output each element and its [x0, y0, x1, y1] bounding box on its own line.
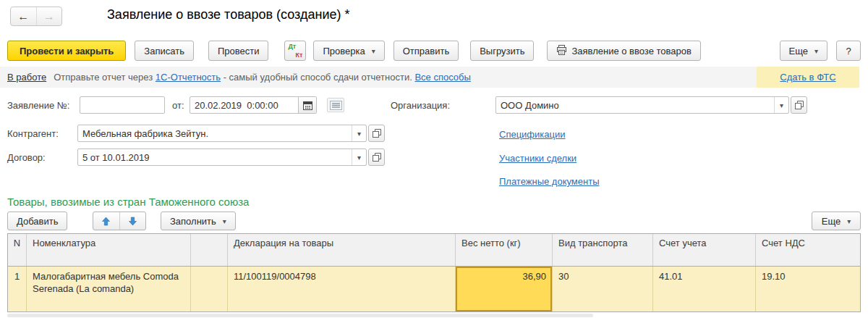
printer-icon: [556, 45, 567, 57]
help-button[interactable]: ?: [836, 41, 861, 61]
application-number-value: [80, 97, 164, 113]
goods-table: N Номенклатура Декларация на товары Вес …: [7, 233, 861, 312]
chevron-down-icon[interactable]: ▾: [352, 149, 366, 165]
organization-value: ООО Домино: [496, 97, 774, 113]
contract-label: Договор:: [7, 152, 46, 163]
print-label: Заявление о ввозе товаров: [571, 46, 691, 57]
page-title: Заявление о ввозе товаров (создание) *: [107, 7, 350, 22]
contractor-label: Контрагент:: [7, 128, 59, 139]
dtkt-postings-button[interactable]: Дт Кт: [284, 41, 306, 61]
status-message-area: В работе Отправьте отчет через 1С-Отчетн…: [0, 67, 757, 88]
fill-button[interactable]: Заполнить ▾: [161, 212, 236, 230]
unload-button[interactable]: Выгрузить: [470, 41, 534, 61]
forward-arrow-icon[interactable]: →: [36, 7, 62, 25]
cell-net-weight-selected[interactable]: 36,90: [456, 267, 553, 311]
table-row: 1 Малогабаритная мебель Comoda Serenada …: [7, 267, 861, 312]
cell-transport-type[interactable]: 30: [553, 267, 653, 311]
column-header-declaration[interactable]: Декларация на товары: [228, 234, 456, 266]
main-toolbar: Провести и закрыть Записать Провести Дт …: [7, 41, 861, 61]
organization-open-icon[interactable]: [791, 96, 807, 114]
application-number-input[interactable]: [80, 96, 165, 114]
history-icon[interactable]: [327, 98, 344, 112]
contractor-open-icon[interactable]: [368, 125, 385, 142]
organization-input[interactable]: ООО Домино ▾: [495, 96, 789, 114]
goods-section-title: Товары, ввозимые из стран Таможенного со…: [7, 196, 249, 208]
date-value: 20.02.2019 0:00:00: [190, 97, 298, 113]
cell-nomenclature[interactable]: Малогабаритная мебель Comoda Serenada (L…: [27, 267, 191, 311]
check-button[interactable]: Проверка ▾: [313, 41, 384, 61]
contract-value: 5 от 10.01.2019: [78, 149, 352, 165]
cell-n[interactable]: 1: [8, 267, 27, 311]
chevron-down-icon[interactable]: ▾: [774, 97, 788, 113]
table-more-button[interactable]: Еще ▾: [812, 212, 861, 230]
column-header-transport-type[interactable]: Вид транспорта: [553, 234, 653, 266]
chevron-down-icon: ▾: [847, 217, 851, 225]
1c-reporting-link[interactable]: 1С-Отчетность: [156, 72, 221, 83]
add-row-button[interactable]: Добавить: [7, 212, 67, 230]
nav-history-group: ← →: [10, 7, 62, 26]
move-up-icon[interactable]: [93, 212, 119, 230]
column-header-account[interactable]: Счет учета: [653, 234, 756, 266]
calendar-icon[interactable]: [298, 97, 316, 113]
cell-extra[interactable]: [191, 267, 228, 311]
organization-label: Организация:: [391, 100, 450, 111]
fill-label: Заполнить: [170, 216, 216, 227]
contractor-value: Мебельная фабрика Зейтун.: [78, 125, 352, 141]
column-header-extra[interactable]: [191, 234, 228, 266]
chevron-down-icon: ▾: [814, 47, 818, 55]
status-bar: В работе Отправьте отчет через 1С-Отчетн…: [0, 67, 859, 88]
check-label: Проверка: [323, 46, 365, 57]
all-ways-link[interactable]: Все способы: [414, 72, 470, 83]
post-button[interactable]: Провести: [208, 41, 269, 61]
write-button[interactable]: Записать: [135, 41, 194, 61]
move-row-group: [93, 212, 146, 230]
chevron-down-icon: ▾: [372, 47, 375, 55]
more-button[interactable]: Еще ▾: [780, 41, 827, 61]
document-state-link[interactable]: В работе: [7, 72, 46, 83]
post-and-close-button[interactable]: Провести и закрыть: [7, 41, 126, 61]
column-header-net-weight[interactable]: Вес нетто (кг): [456, 234, 553, 266]
print-application-button[interactable]: Заявление о ввозе товаров: [547, 41, 700, 61]
contractor-input[interactable]: Мебельная фабрика Зейтун. ▾: [77, 125, 367, 142]
column-header-nomenclature[interactable]: Номенклатура: [27, 234, 191, 266]
more-label: Еще: [789, 46, 808, 57]
table-more-label: Еще: [822, 216, 841, 227]
cell-account[interactable]: 41.01: [653, 267, 756, 311]
status-text-before: Отправьте отчет через: [54, 72, 153, 83]
move-down-icon[interactable]: [119, 212, 146, 230]
payment-documents-link[interactable]: Платежные документы: [499, 176, 599, 187]
send-button[interactable]: Отправить: [393, 41, 459, 61]
chevron-down-icon[interactable]: ▾: [352, 125, 366, 141]
participants-link[interactable]: Участники сделки: [499, 153, 576, 164]
submit-to-fts-link[interactable]: Сдать в ФТС: [780, 72, 835, 83]
kt-label: Кт: [296, 51, 303, 59]
column-header-vat-account[interactable]: Счет НДС: [756, 234, 860, 266]
specifications-link[interactable]: Спецификации: [499, 129, 566, 140]
fts-panel: Сдать в ФТС: [757, 67, 859, 88]
horizontal-scrollbar[interactable]: [7, 314, 593, 317]
cell-declaration[interactable]: 11/100119/0004798: [228, 267, 456, 311]
table-header-row: N Номенклатура Декларация на товары Вес …: [7, 233, 861, 267]
application-number-label: Заявление №:: [7, 100, 69, 111]
cell-vat-account[interactable]: 19.10: [756, 267, 860, 311]
date-input[interactable]: 20.02.2019 0:00:00: [190, 96, 317, 114]
contract-open-icon[interactable]: [368, 148, 385, 166]
column-header-n[interactable]: N: [8, 234, 27, 266]
back-arrow-icon[interactable]: ←: [11, 7, 36, 25]
contract-input[interactable]: 5 от 10.01.2019 ▾: [77, 148, 367, 166]
date-label: от:: [172, 100, 184, 111]
status-message: Отправьте отчет через 1С-Отчетность - са…: [54, 72, 471, 83]
dt-label: Дт: [288, 43, 296, 50]
chevron-down-icon: ▾: [223, 217, 226, 225]
status-text-after: - самый удобный способ сдачи отчетности.: [224, 72, 412, 83]
